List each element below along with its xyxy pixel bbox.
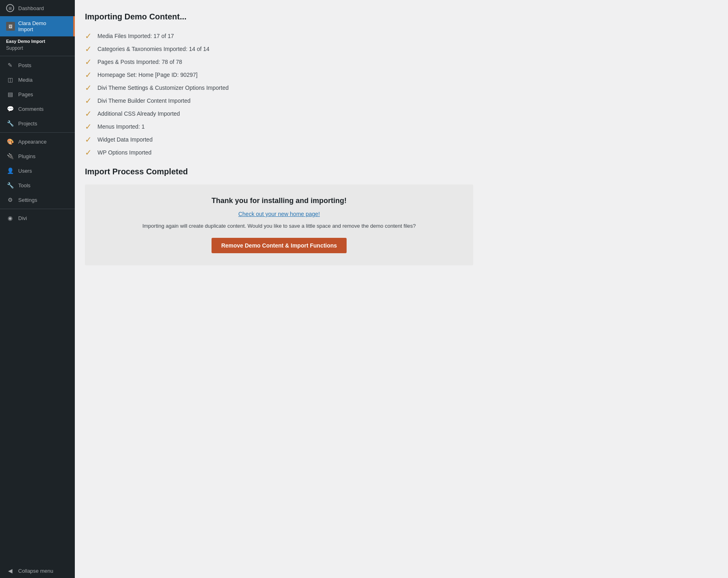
settings-label: Settings xyxy=(18,197,37,203)
collapse-menu[interactable]: ◀ Collapse menu xyxy=(0,563,75,578)
projects-icon: 🔧 xyxy=(6,119,14,127)
import-item-text: Menus Imported: 1 xyxy=(97,123,145,130)
checkmark-icon: ✓ xyxy=(85,84,92,92)
dashboard-icon: ⊞ xyxy=(6,4,14,12)
import-list-item: ✓Menus Imported: 1 xyxy=(85,120,716,133)
thank-you-box: Thank you for installing and importing! … xyxy=(85,184,473,265)
import-list-item: ✓Pages & Posts Imported: 78 of 78 xyxy=(85,55,716,68)
import-list-item: ✓Divi Theme Settings & Customizer Option… xyxy=(85,81,716,94)
import-list: ✓Media Files Imported: 17 of 17✓Categori… xyxy=(85,30,716,159)
import-list-item: ✓WP Options Imported xyxy=(85,146,716,159)
import-item-text: Categories & Taxonomies Imported: 14 of … xyxy=(97,46,210,52)
checkmark-icon: ✓ xyxy=(85,45,92,53)
sidebar-item-tools[interactable]: 🔧 Tools xyxy=(0,178,75,193)
sidebar-item-comments[interactable]: 💬 Comments xyxy=(0,102,75,116)
import-list-item: ✓Additional CSS Already Imported xyxy=(85,107,716,120)
users-icon: 👤 xyxy=(6,167,14,175)
checkmark-icon: ✓ xyxy=(85,97,92,105)
sidebar-item-divi[interactable]: ◉ Divi xyxy=(0,211,75,225)
sidebar-item-projects[interactable]: 🔧 Projects xyxy=(0,116,75,131)
checkmark-icon: ✓ xyxy=(85,110,92,118)
appearance-icon: 🎨 xyxy=(6,138,14,146)
checkmark-icon: ✓ xyxy=(85,123,92,131)
sidebar-item-appearance[interactable]: 🎨 Appearance xyxy=(0,134,75,149)
import-list-item: ✓Homepage Set: Home [Page ID: 90297] xyxy=(85,68,716,81)
import-item-text: Homepage Set: Home [Page ID: 90297] xyxy=(97,72,197,78)
divi-label: Divi xyxy=(18,215,27,221)
import-item-text: Divi Theme Builder Content Imported xyxy=(97,97,190,104)
collapse-label: Collapse menu xyxy=(18,568,53,574)
remove-demo-content-button[interactable]: Remove Demo Content & Import Functions xyxy=(212,238,347,253)
divi-icon: ◉ xyxy=(6,214,14,222)
users-label: Users xyxy=(18,168,32,174)
divider2 xyxy=(0,132,75,133)
import-list-item: ✓Divi Theme Builder Content Imported xyxy=(85,94,716,107)
page-title: Importing Demo Content... xyxy=(85,12,716,21)
thank-you-heading: Thank you for installing and importing! xyxy=(93,197,465,205)
divider3 xyxy=(0,209,75,209)
checkmark-icon: ✓ xyxy=(85,71,92,79)
import-item-text: Widget Data Imported xyxy=(97,136,152,143)
sidebar-item-dashboard[interactable]: ⊞ Dashboard xyxy=(0,0,75,16)
pages-label: Pages xyxy=(18,91,33,97)
section-label: Easy Demo Import xyxy=(0,36,75,44)
home-page-link[interactable]: Check out your new home page! xyxy=(93,211,465,217)
active-item-label: Clara DemoImport xyxy=(18,20,46,32)
sidebar-item-settings[interactable]: ⚙ Settings xyxy=(0,193,75,207)
thank-you-description: Importing again will create duplicate co… xyxy=(93,223,465,229)
comments-icon: 💬 xyxy=(6,105,14,113)
import-item-text: Pages & Posts Imported: 78 of 78 xyxy=(97,59,182,65)
comments-label: Comments xyxy=(18,106,44,112)
sidebar-item-posts[interactable]: ✎ Posts xyxy=(0,58,75,72)
import-item-text: Additional CSS Already Imported xyxy=(97,110,180,117)
sidebar: ⊞ Dashboard 🖼 Clara DemoImport Easy Demo… xyxy=(0,0,75,578)
checkmark-icon: ✓ xyxy=(85,136,92,144)
import-complete-title: Import Process Completed xyxy=(85,167,716,176)
sidebar-item-users[interactable]: 👤 Users xyxy=(0,163,75,178)
divider xyxy=(0,56,75,56)
checkmark-icon: ✓ xyxy=(85,148,92,157)
media-icon: ◫ xyxy=(6,76,14,84)
posts-icon: ✎ xyxy=(6,61,14,69)
tools-label: Tools xyxy=(18,182,30,188)
import-item-text: Divi Theme Settings & Customizer Options… xyxy=(97,85,229,91)
import-item-text: Media Files Imported: 17 of 17 xyxy=(97,33,174,39)
tools-icon: 🔧 xyxy=(6,181,14,189)
sidebar-item-pages[interactable]: ▤ Pages xyxy=(0,87,75,102)
support-label: Support xyxy=(0,44,75,54)
import-list-item: ✓Widget Data Imported xyxy=(85,133,716,146)
import-list-item: ✓Media Files Imported: 17 of 17 xyxy=(85,30,716,42)
projects-label: Projects xyxy=(18,121,37,127)
easy-demo-import-section: Easy Demo Import Support xyxy=(0,36,75,54)
settings-icon: ⚙ xyxy=(6,196,14,204)
avatar: 🖼 xyxy=(6,22,15,31)
plugins-icon: 🔌 xyxy=(6,152,14,160)
import-item-text: WP Options Imported xyxy=(97,149,152,156)
media-label: Media xyxy=(18,77,32,83)
posts-label: Posts xyxy=(18,62,32,68)
collapse-icon: ◀ xyxy=(6,567,14,575)
checkmark-icon: ✓ xyxy=(85,58,92,66)
plugins-label: Plugins xyxy=(18,153,36,159)
sidebar-item-media[interactable]: ◫ Media xyxy=(0,72,75,87)
dashboard-label: Dashboard xyxy=(18,5,44,11)
pages-icon: ▤ xyxy=(6,90,14,98)
sidebar-item-clara-demo[interactable]: 🖼 Clara DemoImport xyxy=(0,16,75,36)
sidebar-item-plugins[interactable]: 🔌 Plugins xyxy=(0,149,75,163)
checkmark-icon: ✓ xyxy=(85,32,92,40)
appearance-label: Appearance xyxy=(18,139,47,145)
import-list-item: ✓Categories & Taxonomies Imported: 14 of… xyxy=(85,42,716,55)
main-content: Importing Demo Content... ✓Media Files I… xyxy=(75,0,728,578)
